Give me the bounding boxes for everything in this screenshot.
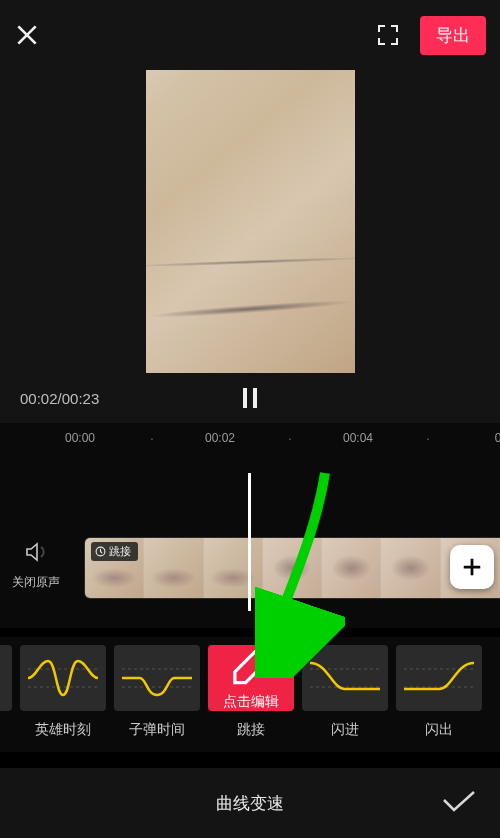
timeline-clip[interactable]: 跳接 <box>84 537 500 599</box>
mute-original-sound[interactable]: 关闭原声 <box>0 540 72 591</box>
ruler-tick: 00:02 <box>205 431 235 445</box>
mute-label: 关闭原声 <box>0 574 72 591</box>
ruler-dot: · <box>150 430 154 446</box>
check-icon <box>442 787 476 815</box>
curve-preset-flashin[interactable]: 闪进 <box>302 645 388 752</box>
ruler-tick: 00:00 <box>65 431 95 445</box>
confirm-button[interactable] <box>442 787 476 819</box>
curve-preset-bullet[interactable]: 子弹时间 <box>114 645 200 752</box>
export-button[interactable]: 导出 <box>420 16 486 55</box>
speaker-mute-icon <box>24 540 48 564</box>
timeline-ruler[interactable]: 00:00 · 00:02 · 00:04 · 0 <box>0 423 500 453</box>
ruler-tick: 00:04 <box>343 431 373 445</box>
plus-icon <box>461 556 483 578</box>
pencil-icon <box>216 645 286 688</box>
curve-preset-flashout[interactable]: 闪出 <box>396 645 482 752</box>
curve-preset-jumpcut[interactable]: 点击编辑 跳接 <box>208 645 294 752</box>
curve-preset-prev[interactable] <box>0 645 12 752</box>
ruler-dot: · <box>426 430 430 446</box>
curve-preset-row: 英雄时刻 子弹时间 点击编辑 跳接 闪进 闪出 <box>0 637 500 752</box>
panel-title: 曲线变速 <box>0 792 500 815</box>
ruler-tick: 0 <box>495 431 500 445</box>
preset-label: 跳接 <box>237 721 265 739</box>
fullscreen-icon[interactable] <box>376 23 400 47</box>
curve-preset-hero[interactable]: 英雄时刻 <box>20 645 106 752</box>
playhead[interactable] <box>248 473 251 611</box>
preset-label: 子弹时间 <box>129 721 185 739</box>
add-clip-button[interactable] <box>450 545 494 589</box>
preset-label: 英雄时刻 <box>35 721 91 739</box>
pause-button[interactable] <box>243 388 257 408</box>
transport-bar: 00:02/00:23 <box>0 373 500 423</box>
edit-label: 点击编辑 <box>223 693 279 711</box>
preset-label: 闪出 <box>425 721 453 739</box>
bottom-bar: 曲线变速 <box>0 768 500 838</box>
top-bar: 导出 <box>0 0 500 70</box>
clip-effect-tag: 跳接 <box>91 542 138 561</box>
preset-label: 闪进 <box>331 721 359 739</box>
speed-icon <box>95 546 106 557</box>
close-icon[interactable] <box>14 22 40 48</box>
ruler-dot: · <box>288 430 292 446</box>
time-display: 00:02/00:23 <box>20 390 99 407</box>
